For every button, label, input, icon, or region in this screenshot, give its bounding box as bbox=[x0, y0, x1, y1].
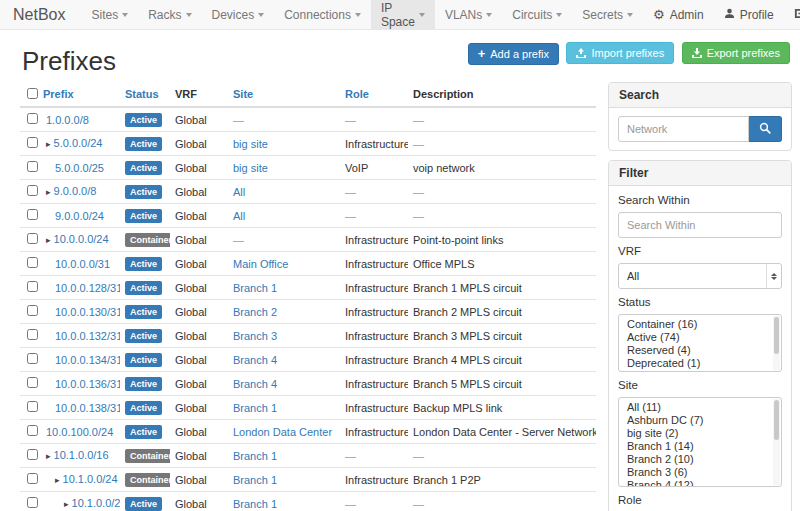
nav-item-vlans[interactable]: VLANs bbox=[435, 0, 502, 29]
nav-item-admin[interactable]: ⚙Admin bbox=[643, 8, 714, 22]
prefix-link[interactable]: 5.0.0.0/24 bbox=[54, 137, 103, 149]
nav-item-log-out[interactable]: Log out bbox=[784, 1, 800, 29]
site-link[interactable]: London Data Center bbox=[233, 426, 332, 438]
row-checkbox[interactable] bbox=[27, 185, 38, 196]
row-checkbox[interactable] bbox=[27, 161, 38, 172]
row-checkbox[interactable] bbox=[27, 425, 38, 436]
site-link[interactable]: big site bbox=[233, 162, 268, 174]
import-prefixes-button[interactable]: Import prefixes bbox=[566, 42, 674, 64]
nav-item-secrets[interactable]: Secrets bbox=[572, 0, 643, 29]
add-prefix-button[interactable]: + Add a prefix bbox=[468, 43, 559, 65]
site-link[interactable]: Branch 1 bbox=[233, 474, 277, 486]
export-prefixes-button[interactable]: Export prefixes bbox=[682, 42, 790, 64]
prefix-link[interactable]: 10.0.0.128/31 bbox=[55, 282, 120, 294]
expand-caret-icon[interactable]: ▸ bbox=[55, 475, 60, 485]
row-checkbox[interactable] bbox=[27, 329, 38, 340]
expand-caret-icon[interactable]: ▸ bbox=[46, 139, 51, 149]
listbox-option[interactable]: Ashburn DC (7) bbox=[619, 414, 781, 427]
row-checkbox[interactable] bbox=[27, 113, 38, 124]
prefix-link[interactable]: 10.0.0.0/31 bbox=[55, 258, 110, 270]
listbox-option[interactable]: big site (2) bbox=[619, 427, 781, 440]
listbox-option[interactable]: All (11) bbox=[619, 401, 781, 414]
listbox-option[interactable]: Reserved (4) bbox=[619, 344, 781, 357]
prefix-link[interactable]: 10.1.0.0/25 bbox=[72, 497, 120, 509]
row-checkbox[interactable] bbox=[27, 401, 38, 412]
site-listbox[interactable]: All (11)Ashburn DC (7)big site (2)Branch… bbox=[618, 397, 782, 487]
search-input[interactable] bbox=[618, 116, 749, 142]
site-link[interactable]: Branch 4 bbox=[233, 354, 277, 366]
column-header-site[interactable]: Site bbox=[228, 84, 340, 107]
description-cell: Office MPLS bbox=[408, 252, 596, 276]
row-checkbox[interactable] bbox=[27, 377, 38, 388]
status-label: Status bbox=[618, 296, 782, 309]
nav-item-sites[interactable]: Sites bbox=[81, 0, 138, 29]
row-checkbox[interactable] bbox=[27, 473, 38, 484]
brand-logo[interactable]: NetBox bbox=[0, 0, 81, 29]
prefix-link[interactable]: 10.0.0.132/31 bbox=[55, 330, 120, 342]
row-checkbox[interactable] bbox=[27, 353, 38, 364]
row-checkbox[interactable] bbox=[27, 137, 38, 148]
prefix-link[interactable]: 10.0.100.0/24 bbox=[46, 426, 113, 438]
nav-item-devices[interactable]: Devices bbox=[202, 0, 275, 29]
nav-item-label: IP Space bbox=[381, 1, 415, 29]
column-header-status[interactable]: Status bbox=[120, 84, 170, 107]
scrollbar[interactable] bbox=[773, 399, 780, 485]
prefix-link[interactable]: 10.0.0.138/31 bbox=[55, 402, 120, 414]
scrollbar[interactable] bbox=[773, 316, 780, 370]
row-checkbox[interactable] bbox=[27, 305, 38, 316]
listbox-option[interactable]: Active (74) bbox=[619, 331, 781, 344]
nav-item-racks[interactable]: Racks bbox=[138, 0, 201, 29]
expand-caret-icon[interactable]: ▸ bbox=[46, 235, 51, 245]
prefix-link[interactable]: 9.0.0.0/24 bbox=[55, 210, 104, 222]
prefix-link[interactable]: 10.0.0.130/31 bbox=[55, 306, 120, 318]
site-link[interactable]: Branch 1 bbox=[233, 498, 277, 510]
site-link[interactable]: Branch 1 bbox=[233, 282, 277, 294]
listbox-option[interactable]: Branch 3 (6) bbox=[619, 466, 781, 479]
listbox-option[interactable]: Branch 1 (14) bbox=[619, 440, 781, 453]
column-header-prefix[interactable]: Prefix bbox=[38, 84, 120, 107]
nav-item-profile[interactable]: Profile bbox=[714, 8, 784, 22]
prefix-link[interactable]: 1.0.0.0/8 bbox=[46, 114, 89, 126]
search-button[interactable] bbox=[749, 116, 782, 142]
prefix-link[interactable]: 10.1.0.0/16 bbox=[54, 449, 109, 461]
prefix-link[interactable]: 5.0.0.0/25 bbox=[55, 162, 104, 174]
vrf-select[interactable]: All bbox=[618, 263, 782, 289]
expand-caret-icon[interactable]: ▸ bbox=[46, 451, 51, 461]
site-link[interactable]: All bbox=[233, 210, 245, 222]
expand-caret-icon[interactable]: ▸ bbox=[64, 499, 69, 509]
site-link[interactable]: Branch 1 bbox=[233, 402, 277, 414]
search-within-input[interactable] bbox=[618, 212, 782, 238]
nav-item-connections[interactable]: Connections bbox=[274, 0, 371, 29]
description-cell: Branch 2 MPLS circuit bbox=[408, 300, 596, 324]
site-link[interactable]: Main Office bbox=[233, 258, 288, 270]
column-header-role[interactable]: Role bbox=[340, 84, 408, 107]
listbox-option[interactable]: Deprecated (1) bbox=[619, 357, 781, 370]
site-link[interactable]: Branch 3 bbox=[233, 330, 277, 342]
row-checkbox[interactable] bbox=[27, 281, 38, 292]
search-icon bbox=[759, 120, 771, 138]
listbox-option[interactable]: Branch 2 (10) bbox=[619, 453, 781, 466]
listbox-option[interactable]: Branch 4 (12) bbox=[619, 479, 781, 487]
row-checkbox[interactable] bbox=[27, 209, 38, 220]
nav-item-ip-space[interactable]: IP Space bbox=[371, 0, 435, 29]
expand-caret-icon[interactable]: ▸ bbox=[46, 187, 51, 197]
site-link[interactable]: Branch 4 bbox=[233, 378, 277, 390]
row-checkbox[interactable] bbox=[27, 233, 38, 244]
nav-item-circuits[interactable]: Circuits bbox=[502, 0, 572, 29]
row-checkbox[interactable] bbox=[27, 497, 38, 508]
select-all-checkbox[interactable] bbox=[27, 88, 38, 99]
row-checkbox[interactable] bbox=[27, 257, 38, 268]
prefix-link[interactable]: 10.0.0.134/31 bbox=[55, 354, 120, 366]
listbox-option[interactable]: Container (16) bbox=[619, 318, 781, 331]
prefix-link[interactable]: 9.0.0.0/8 bbox=[54, 185, 97, 197]
prefix-link[interactable]: 10.0.0.136/31 bbox=[55, 378, 120, 390]
site-link[interactable]: Branch 1 bbox=[233, 450, 277, 462]
empty-value: — bbox=[233, 234, 244, 246]
status-listbox[interactable]: Container (16)Active (74)Reserved (4)Dep… bbox=[618, 314, 782, 372]
site-link[interactable]: Branch 2 bbox=[233, 306, 277, 318]
prefix-link[interactable]: 10.0.0.0/24 bbox=[54, 233, 109, 245]
prefix-link[interactable]: 10.1.0.0/24 bbox=[63, 473, 118, 485]
site-link[interactable]: All bbox=[233, 186, 245, 198]
row-checkbox[interactable] bbox=[27, 449, 38, 460]
site-link[interactable]: big site bbox=[233, 138, 268, 150]
